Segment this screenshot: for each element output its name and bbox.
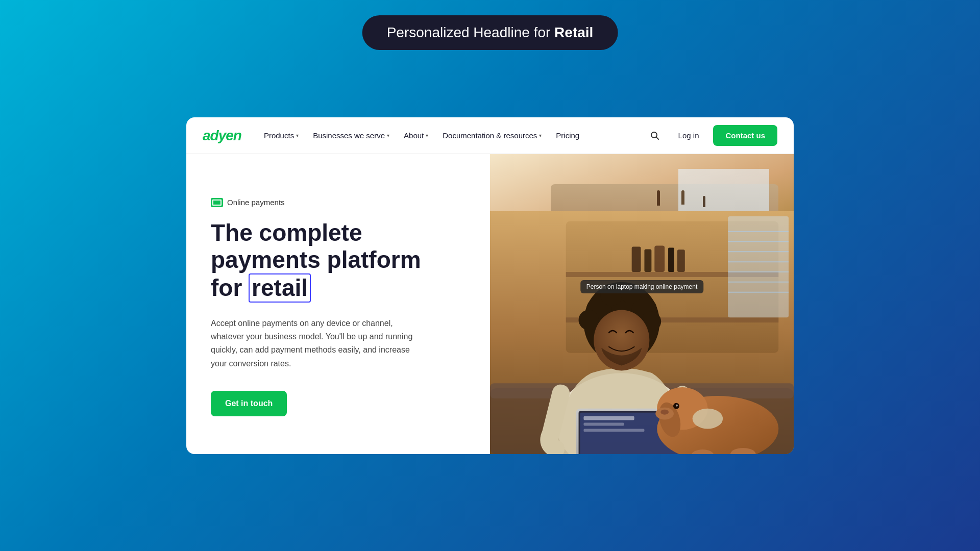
banner-text-plain: Personalized Headline for: [387, 24, 554, 40]
nav-item-about[interactable]: About ▾: [398, 127, 434, 144]
nav-item-businesses[interactable]: Businesses we serve ▾: [307, 127, 396, 144]
title-line2: payments platform: [211, 246, 421, 273]
chevron-down-icon: ▾: [539, 133, 542, 138]
svg-point-43: [660, 410, 669, 415]
badge-text: Online payments: [227, 198, 285, 207]
logo[interactable]: adyen: [203, 128, 241, 144]
svg-rect-35: [583, 429, 644, 432]
svg-line-1: [656, 137, 658, 139]
svg-point-41: [676, 405, 678, 407]
banner-text-bold: Retail: [554, 24, 593, 40]
navbar: adyen Products ▾ Businesses we serve ▾ A…: [186, 117, 794, 154]
contact-us-button[interactable]: Contact us: [713, 125, 777, 146]
hero-illustration: [490, 154, 794, 454]
svg-point-46: [693, 409, 723, 429]
hero-description: Accept online payments on any device or …: [211, 317, 425, 371]
title-line3-prefix: for: [211, 274, 249, 301]
search-icon: [650, 131, 660, 141]
svg-rect-9: [668, 247, 674, 272]
svg-rect-8: [654, 245, 665, 272]
nav-right: Log in Contact us: [646, 125, 777, 146]
hero-image-area: Person on laptop making online payment: [490, 154, 794, 454]
chevron-down-icon: ▾: [387, 133, 389, 138]
hero-left: Online payments The complete payments pl…: [186, 154, 490, 454]
svg-point-24: [579, 310, 599, 330]
hero-photo: Person on laptop making online payment: [490, 154, 794, 454]
svg-rect-7: [644, 249, 651, 272]
nav-item-docs[interactable]: Documentation & resources ▾: [436, 127, 548, 144]
title-highlight: retail: [249, 273, 311, 303]
payment-card-icon: [211, 198, 223, 207]
svg-rect-33: [583, 416, 634, 420]
hero-section: Online payments The complete payments pl…: [186, 154, 794, 454]
nav-item-products[interactable]: Products ▾: [258, 127, 305, 144]
search-button[interactable]: [646, 127, 664, 145]
svg-rect-6: [632, 246, 641, 272]
nav-items: Products ▾ Businesses we serve ▾ About ▾…: [258, 127, 642, 144]
chevron-down-icon: ▾: [426, 133, 428, 138]
hero-title: The complete payments platform for retai…: [211, 219, 465, 303]
chevron-down-icon: ▾: [296, 133, 299, 138]
svg-rect-34: [583, 423, 624, 426]
login-button[interactable]: Log in: [672, 127, 705, 144]
personalized-headline-banner: Personalized Headline for Retail: [362, 15, 618, 50]
nav-item-pricing[interactable]: Pricing: [550, 127, 585, 144]
svg-rect-10: [677, 249, 685, 272]
online-payments-badge: Online payments: [211, 198, 465, 207]
title-line1: The complete: [211, 219, 362, 246]
image-tooltip: Person on laptop making online payment: [580, 280, 703, 293]
main-card: adyen Products ▾ Businesses we serve ▾ A…: [186, 117, 794, 454]
get-in-touch-button[interactable]: Get in touch: [211, 391, 287, 416]
